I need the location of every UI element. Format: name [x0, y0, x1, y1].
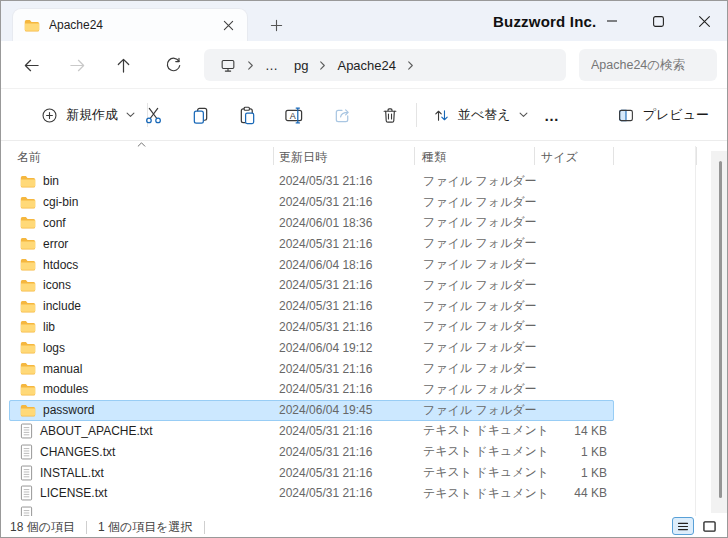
file-date-modified: 2024/06/04 19:12 — [273, 341, 414, 355]
folder-icon — [20, 175, 36, 188]
file-date-modified: 2024/06/01 18:36 — [273, 216, 414, 230]
forward-button[interactable] — [61, 49, 93, 81]
file-type: ファイル フォルダー — [414, 298, 534, 315]
file-name: password — [43, 403, 94, 417]
copy-icon — [191, 106, 210, 125]
file-date-modified: 2024/05/31 21:16 — [273, 486, 414, 500]
tab-title: Apache24 — [49, 18, 208, 32]
command-toolbar: 新規作成 A — [1, 89, 727, 141]
preview-icon — [617, 107, 635, 124]
svg-text:A: A — [290, 110, 296, 120]
list-item[interactable]: CHANGES.txt 2024/05/31 21:16 テキスト ドキュメント… — [9, 441, 614, 462]
list-item[interactable]: lib 2024/05/31 21:16 ファイル フォルダー — [9, 317, 614, 338]
list-item[interactable]: htdocs 2024/06/04 18:16 ファイル フォルダー — [9, 254, 614, 275]
up-button[interactable] — [107, 49, 139, 81]
list-item[interactable]: manual 2024/05/31 21:16 ファイル フォルダー — [9, 358, 614, 379]
refresh-button[interactable] — [157, 49, 189, 81]
sort-icon — [433, 107, 450, 124]
file-type: ファイル フォルダー — [414, 256, 534, 273]
list-item[interactable]: error 2024/05/31 21:16 ファイル フォルダー — [9, 233, 614, 254]
sort-button[interactable]: 並べ替え — [425, 99, 536, 131]
file-date-modified: 2024/05/31 21:16 — [273, 320, 414, 334]
list-item[interactable]: logs 2024/06/04 19:12 ファイル フォルダー — [9, 337, 614, 358]
file-date-modified: 2024/05/31 21:16 — [273, 237, 414, 251]
breadcrumb-item-pg[interactable]: pg — [286, 55, 316, 76]
breadcrumb-this-pc[interactable] — [212, 55, 244, 76]
list-item[interactable]: cgi-bin 2024/05/31 21:16 ファイル フォルダー — [9, 192, 614, 213]
file-type: ファイル フォルダー — [414, 360, 534, 377]
view-large-icons-button[interactable] — [698, 517, 720, 535]
delete-button[interactable] — [371, 99, 409, 131]
list-item[interactable]: INSTALL.txt 2024/05/31 21:16 テキスト ドキュメント… — [9, 462, 614, 483]
list-item[interactable]: icons 2024/05/31 21:16 ファイル フォルダー — [9, 275, 614, 296]
file-type: ファイル フォルダー — [414, 235, 534, 252]
file-name: icons — [43, 278, 71, 292]
close-button[interactable] — [681, 1, 727, 41]
new-item-button[interactable]: 新規作成 — [33, 99, 143, 131]
new-tab-button[interactable] — [263, 12, 289, 38]
preview-button[interactable]: プレビュー — [611, 99, 715, 131]
file-date-modified: 2024/05/31 21:16 — [273, 466, 414, 480]
file-type: ファイル フォルダー — [414, 381, 534, 398]
chevron-right-icon[interactable] — [244, 60, 257, 71]
column-divider[interactable] — [273, 147, 274, 165]
paste-icon — [238, 106, 257, 125]
breadcrumb-item-apache24[interactable]: Apache24 — [329, 55, 404, 76]
minimize-button[interactable] — [589, 1, 635, 41]
preview-label: プレビュー — [643, 106, 709, 124]
rename-button[interactable]: A — [275, 99, 313, 131]
maximize-button[interactable] — [635, 1, 681, 41]
column-header-size[interactable]: サイズ — [534, 145, 613, 169]
back-arrow-icon — [23, 57, 40, 74]
search-input[interactable] — [579, 49, 717, 81]
column-header-type[interactable]: 種類 — [414, 145, 534, 169]
column-divider[interactable] — [696, 147, 697, 165]
vertical-scrollbar[interactable] — [711, 151, 727, 513]
list-item[interactable]: conf 2024/06/01 18:36 ファイル フォルダー — [9, 213, 614, 234]
new-item-label: 新規作成 — [66, 106, 118, 124]
tab-apache24[interactable]: Apache24 — [12, 8, 248, 41]
chevron-right-icon[interactable] — [316, 60, 329, 71]
forward-arrow-icon — [69, 57, 86, 74]
share-button[interactable] — [323, 99, 361, 131]
list-item[interactable]: LICENSE.txt 2024/05/31 21:16 テキスト ドキュメント… — [9, 483, 614, 504]
list-item[interactable]: modules 2024/05/31 21:16 ファイル フォルダー — [9, 379, 614, 400]
cut-button[interactable] — [134, 99, 172, 131]
column-divider[interactable] — [414, 147, 415, 165]
up-arrow-icon — [115, 57, 132, 74]
scrollbar-thumb[interactable] — [719, 161, 722, 498]
column-divider[interactable] — [534, 147, 535, 165]
column-header-name[interactable]: 名前 — [9, 145, 273, 169]
list-item[interactable]: password 2024/06/04 19:45 ファイル フォルダー — [9, 400, 614, 421]
rename-icon: A — [284, 106, 304, 125]
file-explorer-window: Apache24 Buzzword Inc. — [0, 0, 728, 538]
tab-close-button[interactable] — [217, 14, 239, 36]
back-button[interactable] — [15, 49, 47, 81]
text-file-icon — [20, 423, 33, 439]
more-options-button[interactable]: … — [537, 99, 567, 131]
paste-button[interactable] — [228, 99, 266, 131]
view-icons-icon — [702, 520, 717, 533]
copy-button[interactable] — [181, 99, 219, 131]
chevron-right-icon[interactable] — [404, 60, 417, 71]
folder-icon — [20, 237, 36, 250]
folder-icon — [20, 258, 36, 271]
share-icon — [333, 106, 352, 125]
list-item[interactable]: ABOUT_APACHE.txt 2024/05/31 21:16 テキスト ド… — [9, 421, 614, 442]
file-date-modified: 2024/05/31 21:16 — [273, 424, 414, 438]
item-count: 18 個の項目 — [10, 519, 75, 536]
folder-icon — [20, 196, 36, 209]
maximize-icon — [652, 15, 665, 28]
breadcrumb: … pg Apache24 — [204, 49, 566, 81]
column-header-date-modified[interactable]: 更新日時 — [273, 145, 414, 169]
view-details-button[interactable] — [672, 517, 694, 535]
list-item[interactable]: bin 2024/05/31 21:16 ファイル フォルダー — [9, 171, 614, 192]
file-name: logs — [43, 341, 65, 355]
column-divider[interactable] — [613, 147, 614, 165]
list-item-partial[interactable] — [9, 504, 614, 516]
file-type: ファイル フォルダー — [414, 277, 534, 294]
trash-icon — [381, 106, 399, 125]
file-name: include — [43, 299, 81, 313]
breadcrumb-overflow[interactable]: … — [257, 55, 286, 76]
list-item[interactable]: include 2024/05/31 21:16 ファイル フォルダー — [9, 296, 614, 317]
